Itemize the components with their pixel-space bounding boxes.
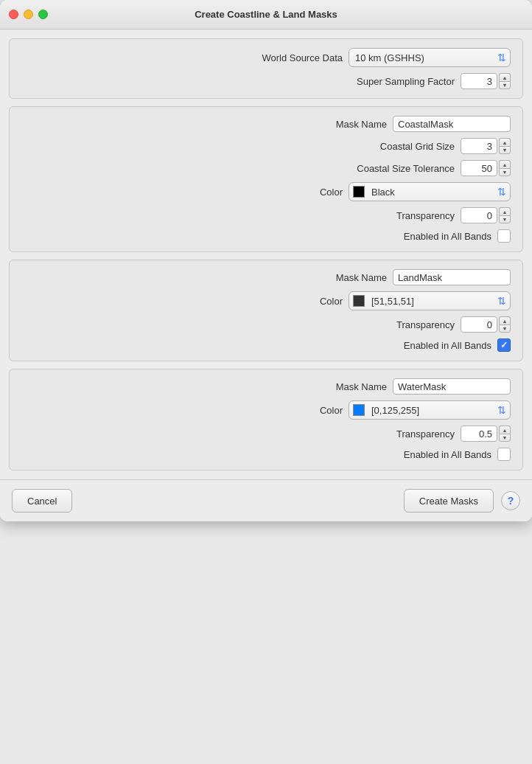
land-color-row: Color [51,51,51] Black [0,125,255] ⇅: [21, 291, 511, 310]
world-source-row: World Source Data 10 km (GSHHS) 5 km (GS…: [21, 48, 511, 67]
coastal-transparency-input[interactable]: [461, 207, 497, 223]
coastal-size-tolerance-buttons: ▲ ▼: [499, 160, 511, 176]
coastal-color-label: Color: [320, 187, 343, 198]
water-color-select[interactable]: [0,125,255] Black [51,51,51]: [349, 400, 511, 420]
land-transparency-row: Transparency ▲ ▼: [21, 316, 511, 333]
coastal-size-tolerance-row: Coastal Size Tolerance ▲ ▼: [21, 160, 511, 176]
super-sampling-stepper: ▲ ▼: [461, 73, 511, 89]
coastal-grid-size-buttons: ▲ ▼: [499, 138, 511, 154]
water-enabled-label: Enabled in All Bands: [404, 449, 491, 460]
coastal-size-tolerance-label: Coastal Size Tolerance: [357, 163, 455, 174]
coastal-mask-name-input[interactable]: [393, 116, 511, 132]
coastal-color-select-wrapper: Black [51,51,51] [0,125,255] ⇅: [349, 182, 511, 201]
coastal-size-tolerance-down-button[interactable]: ▼: [499, 168, 511, 176]
coastal-transparency-down-button[interactable]: ▼: [499, 215, 511, 223]
coastal-grid-size-row: Coastal Grid Size ▲ ▼: [21, 138, 511, 154]
coastal-transparency-up-button[interactable]: ▲: [499, 207, 511, 215]
coastal-section: Mask Name Coastal Grid Size ▲ ▼ Coastal …: [9, 106, 523, 252]
coastal-transparency-buttons: ▲ ▼: [499, 207, 511, 223]
land-section: Mask Name Color [51,51,51] Black [0,125,…: [9, 260, 523, 361]
water-enabled-row: Enabled in All Bands: [21, 448, 511, 461]
coastal-mask-name-label: Mask Name: [336, 119, 387, 130]
water-transparency-label: Transparency: [396, 428, 455, 440]
land-transparency-input[interactable]: [461, 316, 497, 333]
water-transparency-row: Transparency ▲ ▼: [21, 426, 511, 442]
water-transparency-down-button[interactable]: ▼: [499, 434, 511, 442]
coastal-grid-size-down-button[interactable]: ▼: [499, 146, 511, 154]
help-button[interactable]: ?: [501, 491, 520, 510]
main-window: Create Coastline & Land Masks World Sour…: [0, 0, 532, 521]
coastal-color-select[interactable]: Black [51,51,51] [0,125,255]: [349, 182, 511, 201]
land-transparency-label: Transparency: [396, 319, 455, 330]
coastal-grid-size-label: Coastal Grid Size: [380, 141, 455, 152]
world-source-select-wrapper: 10 km (GSHHS) 5 km (GSHHS) 1 km (GSHHS) …: [349, 48, 511, 67]
water-enabled-checkbox[interactable]: [497, 448, 511, 461]
cancel-button[interactable]: Cancel: [12, 489, 72, 513]
land-transparency-buttons: ▲ ▼: [499, 316, 511, 333]
super-sampling-row: Super Sampling Factor ▲ ▼: [21, 73, 511, 89]
coastal-transparency-label: Transparency: [396, 210, 455, 221]
titlebar: Create Coastline & Land Masks: [0, 0, 532, 29]
close-button[interactable]: [9, 10, 18, 19]
coastal-size-tolerance-stepper: ▲ ▼: [461, 160, 511, 176]
land-enabled-row: Enabled in All Bands ✓: [21, 338, 511, 352]
land-transparency-down-button[interactable]: ▼: [499, 324, 511, 333]
coastal-transparency-stepper: ▲ ▼: [461, 207, 511, 223]
coastal-color-row: Color Black [51,51,51] [0,125,255] ⇅: [21, 182, 511, 201]
water-mask-name-row: Mask Name: [21, 378, 511, 395]
footer: Cancel Create Masks ?: [0, 479, 532, 521]
minimize-button[interactable]: [24, 10, 33, 19]
land-color-select[interactable]: [51,51,51] Black [0,125,255]: [349, 291, 511, 310]
super-sampling-buttons: ▲ ▼: [499, 73, 511, 89]
coastal-mask-name-row: Mask Name: [21, 116, 511, 132]
coastal-grid-size-stepper: ▲ ▼: [461, 138, 511, 154]
land-enabled-checkbox[interactable]: ✓: [497, 338, 511, 352]
content-area: World Source Data 10 km (GSHHS) 5 km (GS…: [0, 29, 532, 479]
window-title: Create Coastline & Land Masks: [195, 9, 337, 20]
water-section: Mask Name Color [0,125,255] Black [51,51…: [9, 369, 523, 470]
super-sampling-up-button[interactable]: ▲: [499, 73, 511, 81]
coastal-size-tolerance-up-button[interactable]: ▲: [499, 160, 511, 168]
land-enabled-label: Enabled in All Bands: [404, 340, 491, 351]
land-mask-name-input[interactable]: [393, 269, 511, 285]
coastal-transparency-row: Transparency ▲ ▼: [21, 207, 511, 223]
land-transparency-stepper: ▲ ▼: [461, 316, 511, 333]
traffic-lights: [9, 10, 48, 19]
land-transparency-up-button[interactable]: ▲: [499, 316, 511, 324]
maximize-button[interactable]: [38, 10, 48, 19]
coastal-enabled-checkbox[interactable]: [497, 229, 511, 243]
super-sampling-label: Super Sampling Factor: [357, 76, 455, 87]
water-transparency-up-button[interactable]: ▲: [499, 426, 511, 434]
water-color-label: Color: [320, 405, 343, 416]
super-sampling-down-button[interactable]: ▼: [499, 81, 511, 89]
coastal-enabled-row: Enabled in All Bands: [21, 229, 511, 243]
create-masks-button[interactable]: Create Masks: [404, 489, 494, 513]
coastal-grid-size-up-button[interactable]: ▲: [499, 138, 511, 146]
world-source-select[interactable]: 10 km (GSHHS) 5 km (GSHHS) 1 km (GSHHS): [349, 48, 511, 67]
land-color-label: Color: [320, 296, 343, 307]
footer-right: Create Masks ?: [404, 489, 520, 513]
coastal-grid-size-input[interactable]: [461, 138, 497, 154]
world-source-label: World Source Data: [262, 52, 343, 63]
checkmark-icon: ✓: [500, 340, 508, 350]
water-transparency-buttons: ▲ ▼: [499, 426, 511, 442]
water-color-row: Color [0,125,255] Black [51,51,51] ⇅: [21, 400, 511, 420]
land-color-select-wrapper: [51,51,51] Black [0,125,255] ⇅: [349, 291, 511, 310]
water-transparency-stepper: ▲ ▼: [461, 426, 511, 442]
water-mask-name-input[interactable]: [393, 378, 511, 395]
water-color-select-wrapper: [0,125,255] Black [51,51,51] ⇅: [349, 400, 511, 420]
coastal-enabled-label: Enabled in All Bands: [404, 231, 491, 242]
super-sampling-input[interactable]: [461, 73, 497, 89]
water-mask-name-label: Mask Name: [336, 381, 387, 392]
water-transparency-input[interactable]: [461, 426, 497, 442]
source-section: World Source Data 10 km (GSHHS) 5 km (GS…: [9, 38, 523, 99]
coastal-size-tolerance-input[interactable]: [461, 160, 497, 176]
land-mask-name-row: Mask Name: [21, 269, 511, 285]
land-mask-name-label: Mask Name: [336, 272, 387, 283]
